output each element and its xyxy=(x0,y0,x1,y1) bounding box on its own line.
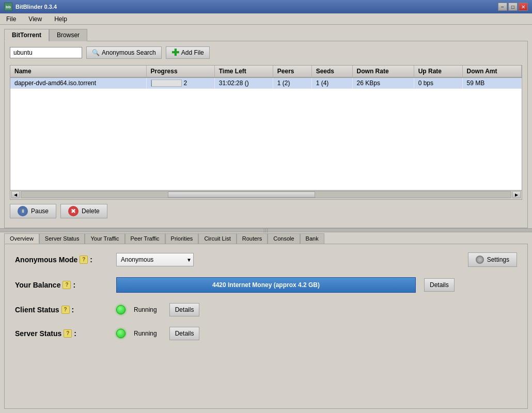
pause-label: Pause xyxy=(31,208,49,215)
divider-handle: ||| xyxy=(263,228,269,233)
tab-server-status[interactable]: Server Status xyxy=(39,233,85,244)
col-up-rate: Up Rate xyxy=(414,66,462,77)
scroll-thumb[interactable] xyxy=(168,192,315,198)
progress-bar xyxy=(151,80,152,86)
main-window: BitTorrent Browser 🔍 Anonymous Search ✚ … xyxy=(0,25,532,413)
search-toolbar: 🔍 Anonymous Search ✚ Add File xyxy=(10,46,522,59)
client-status-text: Running xyxy=(134,306,157,313)
your-balance-row: Your Balance ? : 4420 Internet Money (ap… xyxy=(15,277,517,293)
tab-bank[interactable]: Bank xyxy=(300,233,324,244)
anonymous-mode-label: Anonymous Mode ? : xyxy=(15,256,108,264)
client-status-label: Client Status ? : xyxy=(15,306,108,314)
delete-button[interactable]: ✖ Delete xyxy=(60,204,107,218)
cell-peers: 1 (2) xyxy=(273,77,311,89)
tab-routers[interactable]: Routers xyxy=(237,233,268,244)
server-status-text: Running xyxy=(134,330,157,337)
anonymous-mode-select[interactable]: Anonymous Direct Mixed xyxy=(116,253,194,266)
delete-icon: ✖ xyxy=(68,206,79,216)
anonymous-mode-dropdown-container: Anonymous Direct Mixed ▼ xyxy=(116,253,194,266)
app-title: BitBlinder 0.3.4 xyxy=(15,4,57,10)
anonymous-mode-help[interactable]: ? xyxy=(80,256,88,264)
delete-label: Delete xyxy=(82,208,100,215)
plus-icon: ✚ xyxy=(171,48,179,57)
balance-details-button[interactable]: Details xyxy=(424,278,455,292)
your-balance-help[interactable]: ? xyxy=(62,281,71,289)
search-icon: 🔍 xyxy=(92,49,100,56)
minimize-button[interactable]: − xyxy=(498,3,507,11)
cell-name: dapper-dvd-amd64.iso.torrent xyxy=(10,77,146,89)
anonymous-mode-row: Anonymous Mode ? : Anonymous Direct Mixe… xyxy=(15,252,517,267)
cell-up-rate: 0 bps xyxy=(414,77,462,89)
table-row[interactable]: dapper-dvd-amd64.iso.torrent 2 31:02:28 … xyxy=(10,77,522,89)
tab-peer-traffic[interactable]: Peer Traffic xyxy=(125,233,165,244)
server-details-button[interactable]: Details xyxy=(169,327,200,340)
col-progress: Progress xyxy=(146,66,214,77)
cell-down-amt: 59 MB xyxy=(462,77,521,89)
torrent-table: Name Progress Time Left Peers Seeds Down… xyxy=(10,66,522,89)
close-button[interactable]: ✕ xyxy=(519,3,528,11)
bottom-panel: Overview Server Status Your Traffic Peer… xyxy=(4,233,528,409)
col-down-amt: Down Amt xyxy=(462,66,521,77)
title-bar: bb BitBlinder 0.3.4 − □ ✕ xyxy=(0,0,532,13)
pause-icon: ⏸ xyxy=(18,206,28,216)
scroll-left-button[interactable]: ◀ xyxy=(11,191,20,198)
app-icon: bb xyxy=(4,3,12,11)
torrent-table-container: Name Progress Time Left Peers Seeds Down… xyxy=(10,65,522,200)
pause-button[interactable]: ⏸ Pause xyxy=(10,204,56,218)
tab-browser[interactable]: Browser xyxy=(49,29,87,41)
menu-bar: File View Help xyxy=(0,13,532,25)
settings-button[interactable]: Settings xyxy=(468,252,517,267)
col-seeds: Seeds xyxy=(311,66,352,77)
add-file-label: Add File xyxy=(181,49,204,56)
search-input[interactable] xyxy=(10,47,82,58)
tab-circuit-list[interactable]: Circuit List xyxy=(198,233,236,244)
server-status-indicator xyxy=(116,329,126,338)
cell-down-rate: 26 KBps xyxy=(352,77,414,89)
scroll-right-button[interactable]: ▶ xyxy=(512,191,521,198)
settings-icon xyxy=(476,256,484,264)
action-buttons: ⏸ Pause ✖ Delete xyxy=(10,204,522,218)
col-time-left: Time Left xyxy=(214,66,273,77)
server-status-help[interactable]: ? xyxy=(64,329,72,338)
client-status-indicator xyxy=(116,305,126,314)
tab-overview[interactable]: Overview xyxy=(4,233,39,244)
tab-priorities[interactable]: Priorities xyxy=(165,233,199,244)
server-status-row: Server Status ? : Running Details xyxy=(15,327,517,340)
window-controls: − □ ✕ xyxy=(498,3,528,11)
main-tab-bar: BitTorrent Browser xyxy=(4,29,528,41)
tab-console[interactable]: Console xyxy=(268,233,300,244)
progress-bar-container xyxy=(151,80,182,87)
menu-help[interactable]: Help xyxy=(52,15,69,23)
anonymous-search-label: Anonymous Search xyxy=(102,49,156,56)
main-panel: 🔍 Anonymous Search ✚ Add File Name Progr… xyxy=(4,41,528,228)
settings-label: Settings xyxy=(487,256,509,263)
horizontal-scrollbar[interactable]: ◀ ▶ xyxy=(10,190,522,199)
col-name: Name xyxy=(10,66,146,77)
cell-progress: 2 xyxy=(146,77,214,89)
maximize-button[interactable]: □ xyxy=(508,3,518,11)
anonymous-search-button[interactable]: 🔍 Anonymous Search xyxy=(86,46,162,59)
server-status-label: Server Status ? : xyxy=(15,329,108,338)
scroll-track[interactable] xyxy=(21,191,511,198)
cell-time-left: 31:02:28 () xyxy=(214,77,273,89)
col-down-rate: Down Rate xyxy=(352,66,414,77)
your-balance-label: Your Balance ? : xyxy=(15,281,108,289)
tab-bittorrent[interactable]: BitTorrent xyxy=(4,29,49,41)
cell-seeds: 1 (4) xyxy=(311,77,352,89)
title-bar-left: bb BitBlinder 0.3.4 xyxy=(4,3,57,11)
bottom-tab-bar: Overview Server Status Your Traffic Peer… xyxy=(4,233,528,244)
add-file-button[interactable]: ✚ Add File xyxy=(166,46,210,59)
panel-divider[interactable]: ||| xyxy=(0,228,532,232)
overview-content: Anonymous Mode ? : Anonymous Direct Mixe… xyxy=(4,244,528,409)
tab-your-traffic[interactable]: Your Traffic xyxy=(85,233,124,244)
col-peers: Peers xyxy=(273,66,311,77)
client-status-help[interactable]: ? xyxy=(61,306,70,314)
menu-file[interactable]: File xyxy=(4,15,18,23)
client-details-button[interactable]: Details xyxy=(169,303,200,316)
menu-view[interactable]: View xyxy=(26,15,44,23)
client-status-row: Client Status ? : Running Details xyxy=(15,303,517,316)
balance-bar: 4420 Internet Money (approx 4.2 GB) xyxy=(116,277,416,293)
